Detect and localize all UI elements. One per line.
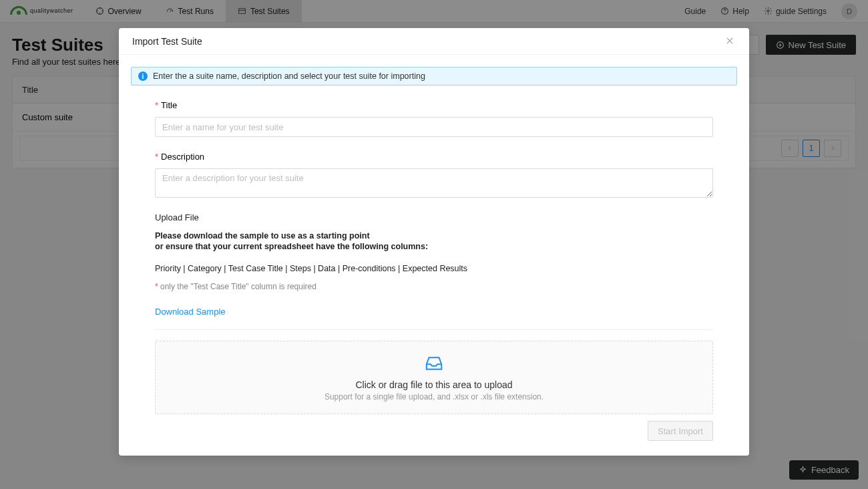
modal-title: Import Test Suite <box>132 36 202 47</box>
inbox-icon <box>424 353 444 373</box>
suite-title-input[interactable] <box>155 117 713 137</box>
dropzone-sub-text: Support for a single file upload, and .x… <box>324 392 544 401</box>
info-alert: i Enter the a suite name, description an… <box>131 67 737 86</box>
upload-helper-line1: Please download the sample to use as a s… <box>131 230 737 253</box>
import-modal: Import Test Suite i Enter the a suite na… <box>119 28 749 456</box>
dropzone-main-text: Click or drag file to this area to uploa… <box>355 379 512 390</box>
upload-columns-list: Priority | Category | Test Case Title | … <box>131 263 737 274</box>
start-import-button[interactable]: Start Import <box>648 421 713 441</box>
info-icon: i <box>138 71 148 81</box>
description-label: *Description <box>155 152 713 162</box>
upload-note: * only the "Test Case Title" column is r… <box>131 282 737 293</box>
title-label: *Title <box>155 100 713 110</box>
upload-section-label: Upload File <box>131 212 737 222</box>
modal-overlay[interactable]: Import Test Suite i Enter the a suite na… <box>0 0 868 489</box>
divider <box>155 329 713 330</box>
download-sample-link[interactable]: Download Sample <box>155 307 226 317</box>
suite-description-input[interactable] <box>155 168 713 198</box>
file-dropzone[interactable]: Click or drag file to this area to uploa… <box>155 341 713 414</box>
info-text: Enter the a suite name, description and … <box>153 71 425 81</box>
modal-header: Import Test Suite <box>119 28 749 55</box>
close-icon[interactable] <box>725 36 736 47</box>
